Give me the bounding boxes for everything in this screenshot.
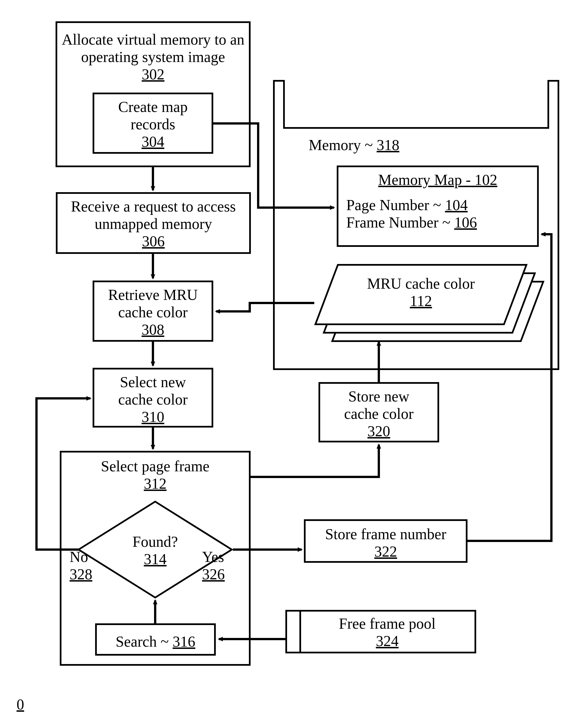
text-314-q: Found? [133,533,178,550]
ref-102: 102 [474,171,497,188]
text-102-title: Memory Map - [378,171,471,188]
box-receive-request: Receive a request to access unmapped mem… [56,192,251,254]
figure-ref: 0 [16,696,39,713]
ref-314: 314 [144,551,167,567]
box-memory-map: Memory Map - 102 Page Number ~ 104 Frame… [337,166,539,247]
text-112-l1: MRU cache color [367,275,475,292]
ref-318: 318 [376,136,399,154]
text-324: Free frame pool 324 [306,615,469,650]
text-106-label: Frame Number ~ [346,214,450,231]
text-308-l2: cache color [118,304,188,321]
text-304-l1: Create map [118,99,188,115]
ref-112: 112 [410,293,432,310]
box-free-frame-pool-strip [285,610,301,653]
text-304-l2: records [131,116,175,133]
text-312-l1: Select page frame [101,458,210,475]
ref-308: 308 [142,321,164,338]
box-create-map-records: Create map records 304 [93,93,213,154]
box-search: Search ~ 316 [95,623,216,656]
ref-306: 306 [142,233,165,250]
text-310-l1: Select new [120,374,186,391]
ref-fig: 0 [16,696,24,713]
row-page-number: Page Number ~ 104 [346,197,529,214]
ref-104: 104 [445,197,468,214]
ref-312: 312 [144,475,167,492]
text-no: No [69,549,88,565]
ref-310: 310 [142,408,164,425]
box-retrieve-mru: Retrieve MRU cache color 308 [93,281,213,342]
ref-326: 326 [202,566,225,583]
text-320-l2: cache color [344,405,413,422]
text-316-label: Search ~ [116,633,169,650]
ref-302: 302 [142,66,164,83]
box-select-new-color: Select new cache color 310 [93,368,213,428]
text-308-l1: Retrieve MRU [108,286,198,303]
text-yes: Yes [202,549,224,565]
label-no: No 328 [69,548,103,583]
box-store-frame-number: Store frame number 322 [304,519,468,563]
box-store-new-color: Store new cache color 320 [318,382,439,442]
ref-328: 328 [69,566,92,583]
text-318-label: Memory ~ [309,136,373,154]
text-104-label: Page Number ~ [346,197,441,214]
ref-304: 304 [142,133,164,150]
label-yes: Yes 326 [202,548,236,583]
text-306-l2: unmapped memory [95,216,212,232]
text-302-l2: operating system image [81,49,225,65]
text-112: MRU cache color 112 [337,275,505,310]
text-322-l1: Store frame number [325,526,447,543]
ref-316: 316 [172,633,195,650]
row-frame-number: Frame Number ~ 106 [346,214,529,231]
text-302-l1: Allocate virtual memory to an [62,31,245,48]
text-310-l2: cache color [118,391,188,408]
ref-106: 106 [454,214,477,231]
text-318: Memory ~ 318 [309,136,449,154]
ref-322: 322 [374,543,397,560]
text-320-l1: Store new [348,388,409,405]
ref-324: 324 [376,633,399,650]
ref-320: 320 [368,423,390,440]
box-memory-inner [283,80,549,129]
text-306-l1: Receive a request to access [71,198,236,215]
text-324-l1: Free frame pool [339,615,436,632]
